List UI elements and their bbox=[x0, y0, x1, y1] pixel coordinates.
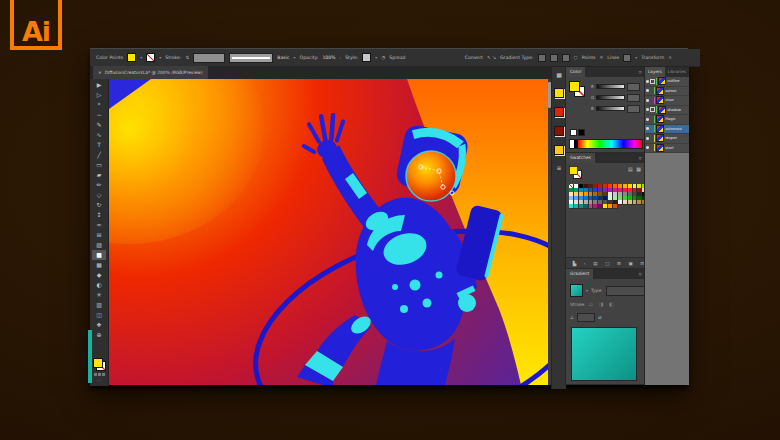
panel-grid-icon[interactable]: ▦ bbox=[555, 71, 563, 79]
swatches-footer-icon[interactable]: ▤ bbox=[593, 261, 597, 266]
fill-color-swatch[interactable] bbox=[127, 53, 136, 62]
layer-thumbnail[interactable] bbox=[656, 115, 664, 123]
swatches-footer-icon[interactable]: □ bbox=[605, 261, 609, 266]
layer-thumbnail[interactable] bbox=[656, 87, 664, 95]
layer-thumbnail[interactable] bbox=[656, 125, 664, 133]
tool-eyedropper[interactable]: ◆ bbox=[92, 270, 106, 280]
tab-swatches[interactable]: Swatches bbox=[566, 153, 595, 163]
layer-name[interactable]: outline bbox=[667, 79, 679, 83]
gradient-preview-square[interactable] bbox=[571, 327, 637, 381]
tool-curvature[interactable]: ∿ bbox=[92, 130, 106, 140]
lock-icon[interactable] bbox=[650, 79, 655, 84]
swatches-footer-icon[interactable]: ⊞ bbox=[617, 261, 621, 266]
fill-stroke-indicator[interactable] bbox=[569, 81, 584, 96]
tab-gradient[interactable]: Gradient bbox=[566, 269, 593, 279]
layer-row[interactable]: visor bbox=[645, 96, 689, 106]
document-tab[interactable]: × DiffusionCreatorsLa* @ 200% (RGB/Previ… bbox=[93, 66, 208, 79]
artboard-canvas[interactable] bbox=[109, 79, 551, 385]
tool-symbol-sprayer[interactable]: ✳ bbox=[92, 290, 106, 300]
chevron-down-icon[interactable]: ▾ bbox=[375, 55, 377, 60]
color-value-input[interactable] bbox=[627, 105, 640, 113]
swatch[interactable] bbox=[613, 204, 618, 209]
visibility-eye-icon[interactable] bbox=[646, 89, 649, 92]
stroke-weight-stepper[interactable]: ⇅ bbox=[185, 55, 189, 60]
swatches-footer-icon[interactable]: ‹ bbox=[584, 261, 586, 266]
tool-scale[interactable]: ↕ bbox=[92, 210, 106, 220]
stroke-weight-input[interactable] bbox=[193, 53, 225, 63]
swatches-footer-icon[interactable]: ▙ bbox=[573, 261, 577, 266]
tool-zoom[interactable]: ⊕ bbox=[92, 330, 106, 340]
white-black-chips[interactable] bbox=[570, 129, 585, 136]
panel-swatch-yellow-icon[interactable] bbox=[554, 88, 564, 98]
layer-row[interactable]: shadow bbox=[645, 106, 689, 116]
tool-direct-selection[interactable]: ▷ bbox=[92, 90, 106, 100]
layer-row[interactable]: astronaut bbox=[645, 125, 689, 135]
chevron-down-icon[interactable]: ▾ bbox=[635, 55, 637, 60]
tab-layers[interactable]: Layers bbox=[645, 67, 665, 77]
color-value-input[interactable] bbox=[627, 94, 640, 102]
opacity-value[interactable]: 100% bbox=[322, 55, 335, 60]
tool-line-segment[interactable]: ╱ bbox=[92, 150, 106, 160]
tool-free-transform[interactable]: ⊞ bbox=[92, 230, 106, 240]
preset-swatch[interactable] bbox=[623, 54, 631, 62]
tool-gradient[interactable]: ■ bbox=[92, 250, 106, 260]
color-slider[interactable] bbox=[596, 95, 625, 100]
tool-hand[interactable]: ❖ bbox=[92, 320, 106, 330]
tool-width[interactable]: ≈ bbox=[92, 220, 106, 230]
tool-rotate[interactable]: ↻ bbox=[92, 200, 106, 210]
layer-thumbnail[interactable] bbox=[658, 77, 666, 85]
visibility-eye-icon[interactable] bbox=[646, 137, 649, 140]
tool-pen[interactable]: ✎ bbox=[92, 120, 106, 130]
draw-lines-label[interactable]: Lines bbox=[607, 55, 619, 60]
layer-row[interactable]: start bbox=[645, 144, 689, 154]
panel-swatch-red-icon[interactable] bbox=[554, 107, 564, 117]
tool-shaper[interactable]: ◇ bbox=[92, 190, 106, 200]
stroke-color-swatch[interactable] bbox=[146, 53, 155, 62]
visibility-eye-icon[interactable] bbox=[646, 99, 649, 102]
draw-points-label[interactable]: Points bbox=[582, 55, 596, 60]
visibility-eye-icon[interactable] bbox=[646, 108, 649, 111]
layer-row[interactable]: Magic bbox=[645, 115, 689, 125]
layer-row[interactable]: astron bbox=[645, 87, 689, 97]
visibility-eye-icon[interactable] bbox=[646, 127, 649, 130]
visibility-eye-icon[interactable] bbox=[646, 80, 649, 83]
layer-name[interactable]: start bbox=[665, 146, 673, 150]
tab-color[interactable]: Color bbox=[566, 67, 585, 77]
panel-menu-icon[interactable]: ≡ bbox=[555, 164, 563, 172]
brush-definition-preview[interactable] bbox=[229, 53, 273, 63]
color-slider[interactable] bbox=[596, 106, 625, 111]
chevron-down-icon[interactable]: ▾ bbox=[159, 55, 161, 60]
color-slider[interactable] bbox=[596, 84, 625, 89]
chevron-right-icon[interactable]: › bbox=[340, 55, 342, 60]
tab-close-icon[interactable]: × bbox=[98, 70, 102, 75]
more-tools-icon[interactable]: ⋯ bbox=[97, 378, 102, 382]
transform-label[interactable]: Transform bbox=[641, 55, 664, 60]
radio-icon[interactable]: ○ bbox=[574, 55, 578, 60]
layer-name[interactable]: Magic bbox=[665, 117, 676, 121]
layer-thumbnail[interactable] bbox=[658, 106, 666, 114]
panel-menu-icon[interactable]: ≡ bbox=[638, 156, 642, 161]
color-value-input[interactable] bbox=[627, 83, 640, 91]
tool-pencil[interactable]: ✏ bbox=[92, 180, 106, 190]
drawing-modes[interactable] bbox=[94, 373, 105, 376]
gradient-stroke-icons[interactable]: ▭ ◨ ◧ bbox=[588, 301, 615, 307]
gradient-swatch[interactable] bbox=[570, 284, 583, 297]
swatches-footer-icon[interactable]: ▣ bbox=[628, 261, 632, 266]
tool-blend[interactable]: ◐ bbox=[92, 280, 106, 290]
visibility-eye-icon[interactable] bbox=[646, 118, 649, 121]
tool-lasso[interactable]: ~ bbox=[92, 110, 106, 120]
fill-stroke-indicator[interactable] bbox=[569, 166, 581, 178]
style-swatch[interactable] bbox=[362, 53, 371, 62]
radial-gradient-icon[interactable] bbox=[550, 54, 558, 62]
layer-name[interactable]: shadow bbox=[667, 108, 681, 112]
layer-row[interactable]: outline bbox=[645, 77, 689, 87]
chevron-down-icon[interactable]: ▾ bbox=[586, 288, 588, 293]
fill-yellow-swatch[interactable] bbox=[93, 358, 103, 368]
lock-icon[interactable] bbox=[650, 107, 655, 112]
tab-libraries[interactable]: Libraries bbox=[665, 67, 689, 77]
layer-thumbnail[interactable] bbox=[656, 144, 664, 152]
linear-gradient-icon[interactable] bbox=[538, 54, 546, 62]
panel-swatch-gold-icon[interactable] bbox=[554, 145, 564, 155]
freeform-gradient-icon[interactable] bbox=[562, 54, 570, 62]
convert-arrow-icons[interactable]: ↖ ↘ bbox=[487, 55, 496, 60]
